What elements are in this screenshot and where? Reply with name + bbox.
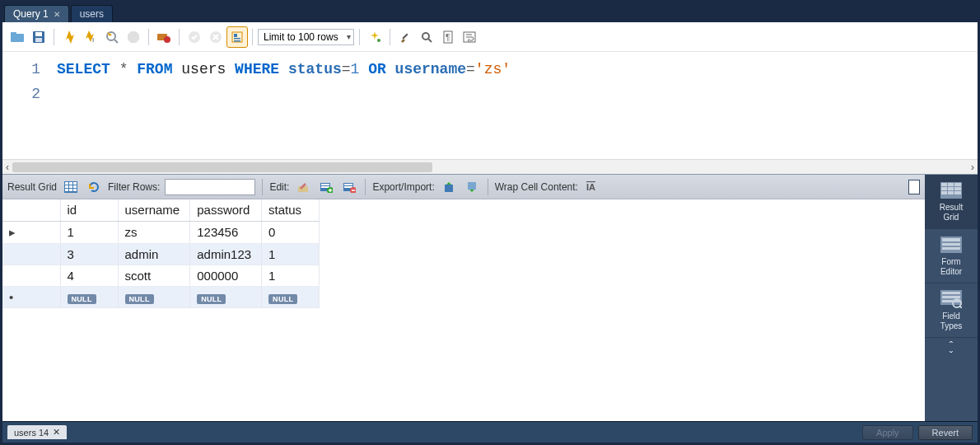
token-string: 'zs' bbox=[475, 61, 511, 77]
nav-down-icon[interactable]: ˇ bbox=[950, 351, 953, 361]
separator bbox=[390, 29, 390, 45]
kw-where: WHERE bbox=[235, 61, 279, 77]
beautify-icon[interactable] bbox=[365, 27, 385, 47]
separator bbox=[179, 29, 180, 45]
col-id[interactable]: id bbox=[60, 199, 118, 221]
execute-current-icon[interactable]: I bbox=[81, 27, 100, 47]
cell-null[interactable]: NULL bbox=[190, 286, 262, 307]
export-icon[interactable] bbox=[440, 178, 458, 196]
separator bbox=[488, 179, 488, 195]
cell-null[interactable]: NULL bbox=[262, 286, 320, 307]
svg-rect-25 bbox=[65, 182, 68, 185]
tab-label: Query 1 bbox=[13, 8, 49, 20]
rollback-icon[interactable] bbox=[206, 27, 226, 47]
filter-rows-input[interactable] bbox=[165, 179, 255, 195]
scroll-right-icon[interactable]: › bbox=[971, 162, 974, 173]
cell[interactable]: admin bbox=[118, 243, 190, 265]
table-row-new[interactable]: • NULL NULL NULL NULL bbox=[2, 286, 320, 307]
apply-button[interactable]: Apply bbox=[862, 425, 913, 440]
close-icon[interactable]: ✕ bbox=[54, 10, 60, 19]
refresh-icon[interactable] bbox=[85, 178, 103, 196]
find-icon[interactable] bbox=[417, 27, 436, 47]
close-icon[interactable]: ✕ bbox=[53, 427, 60, 438]
svg-marker-8 bbox=[128, 31, 139, 43]
scroll-thumb[interactable] bbox=[12, 162, 432, 172]
sql-text[interactable]: SELECT * FROM users WHERE status=1 OR us… bbox=[52, 52, 516, 159]
separator bbox=[252, 29, 253, 45]
svg-rect-26 bbox=[69, 182, 72, 185]
svg-line-7 bbox=[114, 40, 118, 43]
show-whitespace-icon[interactable]: ¶ bbox=[438, 27, 458, 47]
toggle-autocommit-icon[interactable] bbox=[154, 27, 174, 47]
scroll-left-icon[interactable]: ‹ bbox=[6, 162, 9, 173]
panel-toggle-icon[interactable] bbox=[908, 180, 920, 194]
svg-line-65 bbox=[959, 306, 962, 308]
result-tab-mini[interactable]: users 14 ✕ bbox=[7, 425, 67, 439]
execute-icon[interactable] bbox=[59, 27, 79, 47]
explain-icon[interactable] bbox=[102, 27, 122, 47]
side-form-editor[interactable]: Form Editor bbox=[925, 229, 978, 283]
cell[interactable]: 123456 bbox=[190, 221, 262, 243]
line-gutter: 1 2 bbox=[2, 52, 52, 159]
token-eq: = bbox=[466, 61, 475, 77]
filter-rows-label: Filter Rows: bbox=[108, 181, 160, 193]
svg-rect-3 bbox=[35, 32, 42, 36]
scroll-track[interactable] bbox=[12, 162, 968, 173]
svg-rect-31 bbox=[65, 189, 68, 191]
svg-rect-29 bbox=[69, 185, 72, 188]
results-left: Result Grid Filter Rows: Edit: bbox=[2, 175, 925, 421]
edit-row-icon[interactable] bbox=[294, 178, 312, 196]
result-grid[interactable]: id username password status ▸ 1 zs 12345… bbox=[2, 199, 925, 308]
token-num: 1 bbox=[351, 61, 360, 77]
revert-button[interactable]: Revert bbox=[918, 425, 973, 440]
import-icon[interactable] bbox=[463, 178, 481, 196]
svg-rect-43 bbox=[445, 185, 453, 192]
tab-users[interactable]: users bbox=[71, 5, 113, 22]
tab-query1[interactable]: Query 1 ✕ bbox=[4, 5, 69, 22]
open-file-icon[interactable] bbox=[7, 27, 27, 47]
cell[interactable]: 1 bbox=[60, 221, 118, 243]
sql-code-area[interactable]: 1 2 SELECT * FROM users WHERE status=1 O… bbox=[2, 52, 978, 159]
brush-icon[interactable] bbox=[395, 27, 415, 47]
col-username[interactable]: username bbox=[118, 199, 190, 221]
wrap-cell-icon[interactable]: IA bbox=[583, 178, 601, 196]
cell-null[interactable]: NULL bbox=[60, 286, 118, 307]
cell[interactable]: 3 bbox=[60, 243, 118, 265]
svg-rect-59 bbox=[942, 247, 960, 250]
commit-icon[interactable] bbox=[184, 27, 204, 47]
table-row[interactable]: ▸ 1 zs 123456 0 bbox=[2, 221, 320, 243]
row-limit-dropdown[interactable]: Limit to 100 rows bbox=[258, 29, 354, 45]
stop-icon[interactable] bbox=[124, 27, 143, 47]
save-icon[interactable] bbox=[29, 27, 49, 47]
svg-rect-53 bbox=[941, 191, 947, 194]
add-row-icon[interactable] bbox=[317, 178, 335, 196]
side-result-grid[interactable]: Result Grid bbox=[925, 175, 978, 229]
col-password[interactable]: password bbox=[190, 199, 262, 221]
svg-text:I: I bbox=[92, 36, 94, 44]
cell[interactable]: 1 bbox=[262, 265, 320, 286]
cell[interactable]: scott bbox=[118, 265, 190, 286]
cell[interactable]: 4 bbox=[60, 265, 118, 286]
row-limit-select[interactable]: Limit to 100 rows bbox=[258, 29, 354, 45]
result-table: id username password status ▸ 1 zs 12345… bbox=[2, 199, 320, 308]
result-toolbar: Result Grid Filter Rows: Edit: bbox=[2, 175, 925, 199]
cell[interactable]: 1 bbox=[262, 243, 320, 265]
cell[interactable]: 000000 bbox=[190, 265, 262, 286]
svg-rect-16 bbox=[234, 40, 240, 42]
cell[interactable]: 0 bbox=[262, 221, 320, 243]
table-row[interactable]: 3 admin admin123 1 bbox=[2, 243, 320, 265]
delete-row-icon[interactable] bbox=[340, 178, 358, 196]
col-status[interactable]: status bbox=[262, 199, 320, 221]
table-row[interactable]: 4 scott 000000 1 bbox=[2, 265, 320, 286]
word-wrap-icon[interactable] bbox=[460, 27, 479, 47]
cell-null[interactable]: NULL bbox=[118, 286, 190, 307]
side-field-types[interactable]: Field Types bbox=[925, 283, 978, 338]
kw-select: SELECT bbox=[57, 61, 110, 77]
grid-view-icon[interactable] bbox=[62, 178, 80, 196]
token-table: users bbox=[181, 61, 226, 77]
cell[interactable]: zs bbox=[118, 221, 190, 243]
editor-hscrollbar[interactable]: ‹ › bbox=[2, 159, 978, 174]
cell[interactable]: admin123 bbox=[190, 243, 262, 265]
svg-rect-40 bbox=[344, 184, 352, 185]
toggle-limit-icon[interactable] bbox=[227, 27, 247, 47]
